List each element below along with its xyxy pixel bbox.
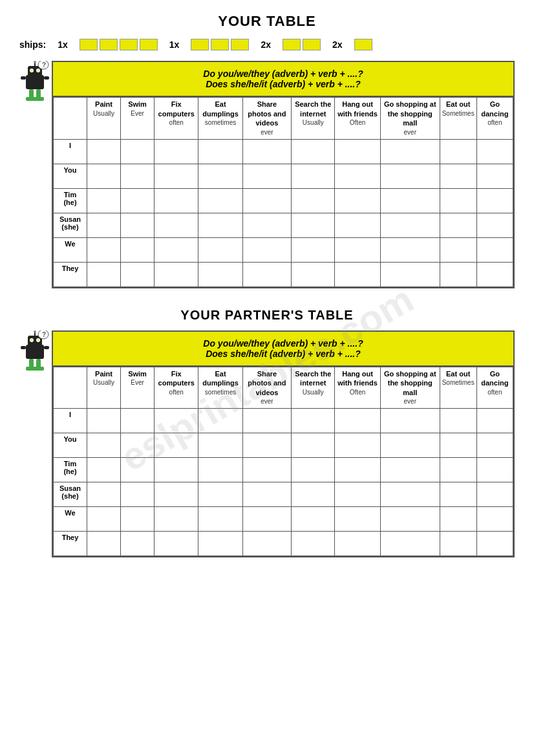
cell-tim-swim[interactable] [121,188,155,213]
partners-cell-tim-fix-computers[interactable] [155,458,198,482]
cell-tim-eat-out[interactable] [440,188,476,213]
cell-we-go-dancing[interactable] [476,237,513,262]
cell-susan-go-shopping[interactable] [380,213,440,237]
partners-cell-they-share-photos[interactable] [242,532,292,556]
partners-cell-they-go-shopping[interactable] [380,532,440,556]
cell-you-eat-dumplings[interactable] [198,164,242,188]
cell-they-swim[interactable] [121,262,155,286]
partners-cell-i-paint[interactable] [87,409,121,433]
partners-cell-you-fix-computers[interactable] [155,433,198,458]
partners-cell-we-eat-dumplings[interactable] [198,507,242,532]
partners-cell-we-go-shopping[interactable] [380,507,440,532]
cell-they-go-shopping[interactable] [380,262,440,286]
cell-we-paint[interactable] [87,237,121,262]
cell-they-eat-dumplings[interactable] [198,262,242,286]
cell-i-swim[interactable] [121,139,155,164]
cell-i-eat-out[interactable] [440,139,476,164]
cell-susan-paint[interactable] [87,213,121,237]
cell-i-fix-computers[interactable] [155,139,198,164]
partners-cell-tim-go-shopping[interactable] [380,458,440,482]
cell-i-search-internet[interactable] [292,139,335,164]
cell-we-fix-computers[interactable] [155,237,198,262]
partners-cell-susan-eat-out[interactable] [440,482,476,507]
cell-you-go-shopping[interactable] [380,164,440,188]
partners-cell-you-share-photos[interactable] [242,433,292,458]
cell-tim-go-dancing[interactable] [476,188,513,213]
partners-cell-you-go-dancing[interactable] [476,433,513,458]
cell-we-eat-dumplings[interactable] [198,237,242,262]
partners-cell-i-fix-computers[interactable] [155,409,198,433]
cell-we-swim[interactable] [121,237,155,262]
partners-cell-tim-eat-out[interactable] [440,458,476,482]
cell-susan-eat-dumplings[interactable] [198,213,242,237]
partners-cell-susan-paint[interactable] [87,482,121,507]
cell-you-paint[interactable] [87,164,121,188]
partners-cell-we-paint[interactable] [87,507,121,532]
partners-cell-we-fix-computers[interactable] [155,507,198,532]
cell-tim-search-internet[interactable] [292,188,335,213]
partners-cell-tim-share-photos[interactable] [242,458,292,482]
partners-cell-we-share-photos[interactable] [242,507,292,532]
partners-cell-i-eat-out[interactable] [440,409,476,433]
cell-tim-share-photos[interactable] [242,188,292,213]
cell-tim-hang-out[interactable] [335,188,381,213]
partners-cell-they-paint[interactable] [87,532,121,556]
cell-they-fix-computers[interactable] [155,262,198,286]
cell-we-go-shopping[interactable] [380,237,440,262]
cell-they-go-dancing[interactable] [476,262,513,286]
partners-cell-tim-swim[interactable] [121,458,155,482]
cell-they-eat-out[interactable] [440,262,476,286]
partners-cell-tim-go-dancing[interactable] [476,458,513,482]
cell-susan-fix-computers[interactable] [155,213,198,237]
cell-i-go-dancing[interactable] [476,139,513,164]
cell-we-search-internet[interactable] [292,237,335,262]
cell-tim-paint[interactable] [87,188,121,213]
cell-susan-share-photos[interactable] [242,213,292,237]
partners-cell-susan-eat-dumplings[interactable] [198,482,242,507]
partners-cell-tim-hang-out[interactable] [335,458,381,482]
partners-cell-you-eat-out[interactable] [440,433,476,458]
partners-cell-susan-share-photos[interactable] [242,482,292,507]
cell-i-go-shopping[interactable] [380,139,440,164]
partners-cell-you-paint[interactable] [87,433,121,458]
partners-cell-i-share-photos[interactable] [242,409,292,433]
partners-cell-we-hang-out[interactable] [335,507,381,532]
cell-susan-hang-out[interactable] [335,213,381,237]
partners-cell-we-search-internet[interactable] [292,507,335,532]
partners-cell-they-search-internet[interactable] [292,532,335,556]
cell-susan-search-internet[interactable] [292,213,335,237]
partners-cell-i-go-shopping[interactable] [380,409,440,433]
cell-i-share-photos[interactable] [242,139,292,164]
partners-cell-tim-eat-dumplings[interactable] [198,458,242,482]
cell-you-fix-computers[interactable] [155,164,198,188]
cell-i-paint[interactable] [87,139,121,164]
partners-cell-i-swim[interactable] [121,409,155,433]
cell-you-search-internet[interactable] [292,164,335,188]
cell-they-hang-out[interactable] [335,262,381,286]
partners-cell-you-search-internet[interactable] [292,433,335,458]
partners-cell-susan-swim[interactable] [121,482,155,507]
cell-they-paint[interactable] [87,262,121,286]
cell-you-go-dancing[interactable] [476,164,513,188]
partners-cell-we-swim[interactable] [121,507,155,532]
cell-you-hang-out[interactable] [335,164,381,188]
cell-we-hang-out[interactable] [335,237,381,262]
partners-cell-i-search-internet[interactable] [292,409,335,433]
partners-cell-they-fix-computers[interactable] [155,532,198,556]
partners-cell-i-go-dancing[interactable] [476,409,513,433]
partners-cell-they-hang-out[interactable] [335,532,381,556]
partners-cell-they-eat-dumplings[interactable] [198,532,242,556]
cell-you-swim[interactable] [121,164,155,188]
partners-cell-we-go-dancing[interactable] [476,507,513,532]
cell-susan-go-dancing[interactable] [476,213,513,237]
partners-cell-they-go-dancing[interactable] [476,532,513,556]
cell-they-share-photos[interactable] [242,262,292,286]
partners-cell-they-eat-out[interactable] [440,532,476,556]
cell-we-share-photos[interactable] [242,237,292,262]
cell-they-search-internet[interactable] [292,262,335,286]
cell-tim-fix-computers[interactable] [155,188,198,213]
partners-cell-susan-fix-computers[interactable] [155,482,198,507]
partners-cell-you-hang-out[interactable] [335,433,381,458]
partners-cell-we-eat-out[interactable] [440,507,476,532]
partners-cell-i-eat-dumplings[interactable] [198,409,242,433]
